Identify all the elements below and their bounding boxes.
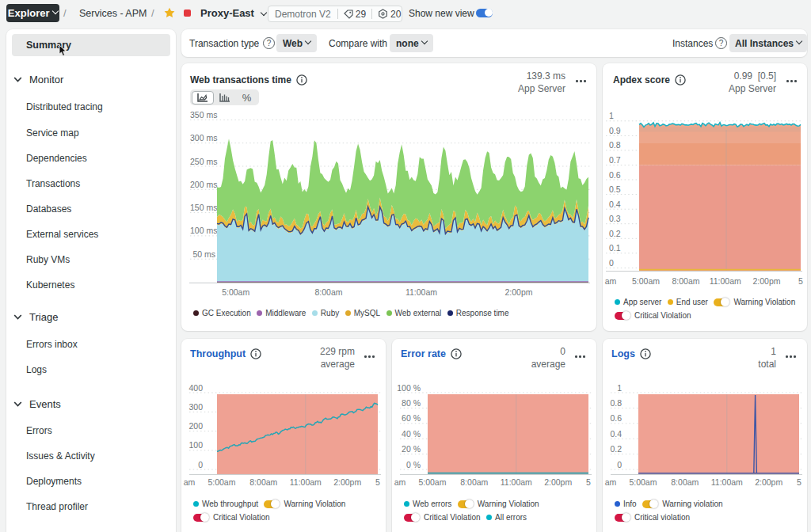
svg-text:0.4: 0.4 bbox=[609, 200, 621, 209]
svg-text:11:00am: 11:00am bbox=[501, 477, 532, 487]
svg-text:8:00am: 8:00am bbox=[314, 287, 342, 297]
svg-text:am: am bbox=[605, 276, 617, 286]
svg-text:5:00am: 5:00am bbox=[208, 477, 235, 487]
svg-text:200 ms: 200 ms bbox=[190, 180, 217, 189]
svg-text:80 %: 80 % bbox=[402, 398, 421, 408]
svg-text:2:00pm: 2:00pm bbox=[544, 477, 572, 487]
svg-text:200: 200 bbox=[188, 421, 203, 431]
svg-text:0.2: 0.2 bbox=[610, 444, 622, 454]
svg-text:am: am bbox=[184, 477, 196, 487]
svg-text:1: 1 bbox=[609, 111, 614, 120]
svg-text:8:00am: 8:00am bbox=[671, 477, 699, 487]
svg-text:0.6: 0.6 bbox=[609, 170, 621, 180]
svg-text:0: 0 bbox=[617, 460, 622, 469]
svg-text:5: 5 bbox=[375, 477, 380, 487]
svg-text:5: 5 bbox=[586, 477, 591, 487]
svg-text:0.2: 0.2 bbox=[609, 229, 621, 238]
svg-text:5: 5 bbox=[798, 276, 803, 286]
svg-text:60 %: 60 % bbox=[402, 413, 421, 423]
svg-text:0.4: 0.4 bbox=[610, 429, 622, 439]
svg-text:250 ms: 250 ms bbox=[190, 157, 217, 166]
svg-text:350 ms: 350 ms bbox=[190, 110, 217, 120]
svg-text:0.6: 0.6 bbox=[610, 413, 622, 423]
svg-text:11:00am: 11:00am bbox=[710, 276, 741, 286]
svg-text:8:00am: 8:00am bbox=[672, 276, 699, 286]
svg-text:40 %: 40 % bbox=[402, 429, 421, 439]
svg-text:0: 0 bbox=[198, 460, 203, 469]
svg-text:0.8: 0.8 bbox=[610, 398, 622, 408]
svg-text:am: am bbox=[605, 477, 617, 487]
svg-text:0.8: 0.8 bbox=[609, 140, 621, 150]
svg-text:11:00am: 11:00am bbox=[290, 477, 322, 487]
svg-text:0.5: 0.5 bbox=[609, 184, 621, 194]
svg-text:1: 1 bbox=[617, 383, 622, 393]
svg-text:5:00am: 5:00am bbox=[222, 287, 249, 297]
svg-text:300 ms: 300 ms bbox=[190, 133, 217, 142]
svg-text:11:00am: 11:00am bbox=[711, 477, 743, 487]
svg-text:400: 400 bbox=[188, 383, 203, 393]
svg-text:0.1: 0.1 bbox=[609, 243, 621, 253]
svg-text:2:00pm: 2:00pm bbox=[752, 276, 780, 286]
svg-text:0 %: 0 % bbox=[406, 460, 421, 469]
svg-text:300: 300 bbox=[188, 402, 203, 412]
svg-text:2:00pm: 2:00pm bbox=[333, 477, 361, 487]
svg-text:5:00am: 5:00am bbox=[632, 276, 660, 286]
svg-text:100: 100 bbox=[188, 440, 203, 450]
svg-text:50 ms: 50 ms bbox=[193, 249, 216, 259]
svg-text:8:00am: 8:00am bbox=[460, 477, 488, 487]
svg-text:20 %: 20 % bbox=[402, 444, 421, 454]
svg-text:100 %: 100 % bbox=[397, 383, 421, 393]
svg-text:5: 5 bbox=[797, 477, 801, 487]
svg-text:0: 0 bbox=[609, 258, 614, 268]
svg-text:150 ms: 150 ms bbox=[190, 203, 217, 212]
svg-text:5:00am: 5:00am bbox=[418, 477, 446, 487]
svg-text:11:00am: 11:00am bbox=[406, 287, 437, 297]
svg-text:0.3: 0.3 bbox=[609, 214, 621, 223]
svg-text:0.9: 0.9 bbox=[609, 126, 621, 135]
svg-text:8:00am: 8:00am bbox=[249, 477, 277, 487]
svg-text:5:00am: 5:00am bbox=[629, 477, 657, 487]
svg-text:2:00pm: 2:00pm bbox=[755, 477, 782, 487]
svg-text:2:00pm: 2:00pm bbox=[504, 287, 532, 297]
svg-text:am: am bbox=[394, 477, 406, 487]
svg-text:0.7: 0.7 bbox=[609, 155, 621, 165]
svg-text:100 ms: 100 ms bbox=[190, 226, 217, 235]
